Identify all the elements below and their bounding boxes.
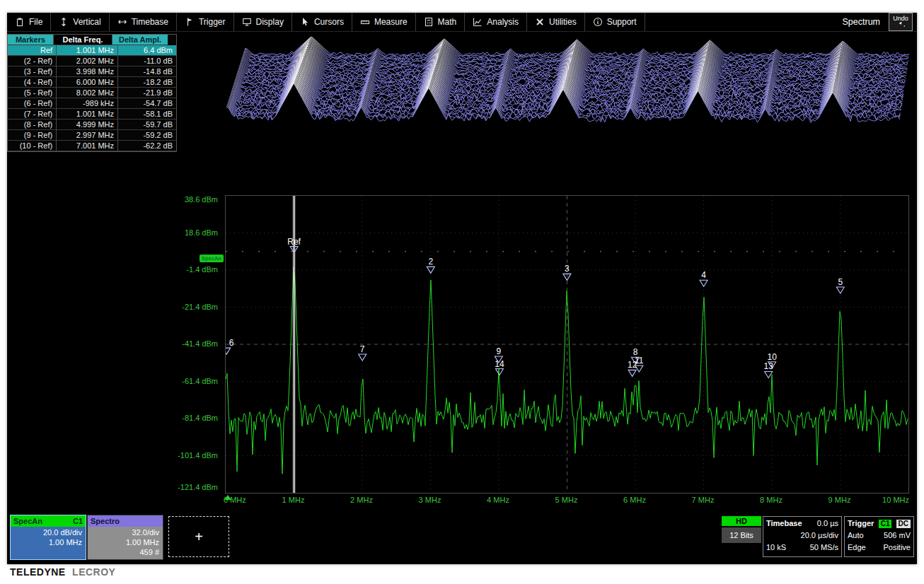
marker-table-row[interactable]: (4 - Ref)6.000 MHz-18.2 dB <box>8 77 176 88</box>
trigger-kind: Edge <box>848 542 866 554</box>
x-tick-label: 8 MHz <box>750 496 792 504</box>
spectrum-plot-area: 38.6 dBm18.6 dBm-1.4 dBm-21.4 dBm-41.4 d… <box>156 195 913 508</box>
x-tick-label: 3 MHz <box>409 496 451 504</box>
add-trace-plus-icon: + <box>195 529 203 545</box>
trigger-level: 506 mV <box>884 530 911 542</box>
trigger-descriptor[interactable]: Trigger C1 DC Auto 506 mV Edge Positive <box>844 516 914 557</box>
peak-marker-label: 7 <box>360 344 365 354</box>
menu-math[interactable]: Math <box>416 13 466 31</box>
menu-measure-label: Measure <box>374 17 408 27</box>
hd-mode-indicator[interactable]: HD 12 Bits <box>722 516 761 543</box>
marker-table-row[interactable]: (2 - Ref)2.002 MHz-11.0 dB <box>8 56 176 66</box>
marker-cell-freq: 1.001 MHz <box>57 45 118 56</box>
trigger-slope: Positive <box>883 542 911 554</box>
marker-cell-ampl: -14.8 dB <box>118 66 176 77</box>
marker-table-row[interactable]: (3 - Ref)3.998 MHz-14.8 dB <box>8 66 176 77</box>
x-tick-label: 10 MHz <box>867 496 909 504</box>
marker-cell-freq: 2.997 MHz <box>57 130 118 141</box>
menu-trigger[interactable]: Trigger <box>177 13 234 31</box>
x-axis-labels: 0 MHz1 MHz2 MHz3 MHz4 MHz5 MHz6 MHz7 MHz… <box>225 494 909 506</box>
specan-descriptor[interactable]: SpecAn C1 20.0 dB/div 1.00 MHz <box>10 515 86 560</box>
menu-utilities-label: Utilities <box>549 17 577 27</box>
marker-table-row[interactable]: (5 - Ref)8.002 MHz-21.9 dB <box>8 88 176 98</box>
analysis-chart-icon <box>473 17 483 27</box>
display-monitor-icon <box>242 17 252 27</box>
peak-marker-label: 12 <box>628 360 637 370</box>
peak-marker-label: 6 <box>229 338 234 348</box>
marker-cell-freq: 8.002 MHz <box>57 88 118 98</box>
add-trace-button[interactable]: + <box>168 516 229 557</box>
x-tick-label: 5 MHz <box>545 496 588 504</box>
marker-cell-freq: -989 kHz <box>57 98 118 109</box>
trigger-flag-icon <box>185 17 195 27</box>
marker-cell-name: Ref <box>8 45 57 56</box>
marker-table-row[interactable]: Ref1.001 MHz6.4 dBm <box>8 45 176 56</box>
marker-cell-ampl: -58.1 dB <box>118 109 176 119</box>
menu-file[interactable]: File <box>7 13 51 31</box>
specan-span: 1.00 MHz <box>14 537 82 547</box>
menu-cursors-label: Cursors <box>314 17 344 27</box>
spectrum-plot[interactable]: Ref234567891011121314 <box>225 195 909 494</box>
undo-button[interactable]: Undo <box>889 13 913 31</box>
x-tick-label: 9 MHz <box>819 496 861 504</box>
markers-table: Markers Delta Freq. Delta Ampl. Ref1.001… <box>7 34 177 152</box>
specan-channel: C1 <box>73 515 83 527</box>
menu-vertical[interactable]: Vertical <box>51 13 109 31</box>
marker-cell-name: (5 - Ref) <box>8 88 57 98</box>
marker-cell-ampl: 6.4 dBm <box>118 45 176 56</box>
menu-support[interactable]: Support <box>585 13 645 31</box>
mode-label: Spectrum <box>843 17 881 27</box>
spectro-descriptor[interactable]: Spectro 32.0/div 1.00 MHz 459 # <box>87 515 163 560</box>
peak-marker-icon <box>836 287 844 293</box>
peak-marker-icon <box>765 371 773 378</box>
marker-cell-ampl: -11.0 dB <box>118 56 176 66</box>
marker-table-row[interactable]: (9 - Ref)2.997 MHz-59.2 dB <box>8 130 176 141</box>
menu-display[interactable]: Display <box>234 13 292 31</box>
menu-vertical-label: Vertical <box>73 17 100 27</box>
menu-file-label: File <box>29 17 42 27</box>
trigger-coupling-badge: DC <box>896 520 911 528</box>
trigger-mode: Auto <box>848 530 864 542</box>
marker-cell-freq: 1.001 MHz <box>57 109 118 119</box>
marker-cell-freq: 6.000 MHz <box>57 77 118 88</box>
support-info-icon <box>593 17 603 27</box>
peak-marker-label: 14 <box>495 359 504 369</box>
menu-timebase[interactable]: Timebase <box>110 13 177 31</box>
marker-table-row[interactable]: (6 - Ref)-989 kHz-54.7 dB <box>8 98 176 109</box>
brand-lecroy: LECROY <box>72 566 115 578</box>
peak-marker-label: 4 <box>701 270 706 280</box>
timebase-delay: 0.0 µs <box>817 518 838 530</box>
specan-scale: 20.0 dB/div <box>14 527 82 537</box>
x-tick-label: 2 MHz <box>340 496 383 504</box>
menu-trigger-label: Trigger <box>199 17 226 27</box>
marker-table-row[interactable]: (8 - Ref)4.999 MHz-59.7 dB <box>8 119 176 130</box>
trace-label-badge[interactable]: SpecAn <box>200 255 224 262</box>
x-tick-label: 0 MHz <box>224 496 266 504</box>
y-tick-label: 38.6 dBm <box>156 195 218 204</box>
marker-cell-freq: 4.999 MHz <box>57 119 118 130</box>
menu-measure[interactable]: Measure <box>352 13 416 31</box>
brand-teledyne: TELEDYNE <box>10 566 66 578</box>
timebase-descriptor[interactable]: Timebase 0.0 µs 20.0 µs/div 10 kS 50 MS/… <box>763 516 842 557</box>
math-calculator-icon <box>424 17 434 27</box>
marker-table-row[interactable]: (10 - Ref)7.001 MHz-62.2 dB <box>8 141 176 151</box>
spectro-frames: 459 # <box>91 547 159 557</box>
utilities-tools-icon <box>535 17 545 27</box>
marker-cell-ampl: -21.9 dB <box>118 88 176 98</box>
marker-table-row[interactable]: (7 - Ref)1.001 MHz-58.1 dB <box>8 109 176 119</box>
menu-utilities[interactable]: Utilities <box>527 13 585 31</box>
y-tick-label: -41.4 dBm <box>156 339 218 348</box>
vertical-arrows-icon <box>59 17 69 27</box>
spectrogram-3d-view[interactable] <box>219 37 909 136</box>
menu-cursors[interactable]: Cursors <box>292 13 352 31</box>
peak-marker-icon <box>628 370 636 376</box>
timebase-per-div: 20.0 µs/div <box>801 530 838 542</box>
marker-cell-name: (10 - Ref) <box>8 141 57 151</box>
spectro-span: 1.00 MHz <box>91 537 159 547</box>
marker-cell-name: (8 - Ref) <box>8 119 57 130</box>
horizontal-arrows-icon <box>117 17 127 27</box>
spectro-scale: 32.0/div <box>91 527 159 537</box>
menu-analysis[interactable]: Analysis <box>465 13 527 31</box>
y-tick-label: -101.4 dBm <box>156 451 218 460</box>
marker-cell-name: (9 - Ref) <box>8 130 57 141</box>
